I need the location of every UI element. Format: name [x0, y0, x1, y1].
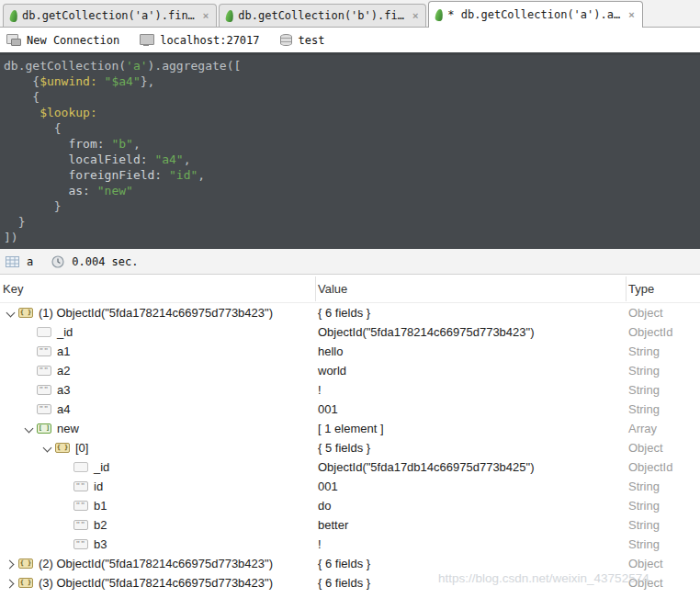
clock-icon	[51, 255, 64, 268]
database-icon	[280, 34, 292, 46]
type-icon	[37, 327, 51, 337]
table-row[interactable]: [ ] new [ 1 element ] Array	[0, 419, 700, 438]
chevron-icon[interactable]	[4, 557, 18, 571]
column-header-type: Type	[628, 282, 654, 296]
tab-label: db.getCollection('a').fin…	[22, 9, 195, 22]
table-row[interactable]: { } (3) ObjectId("5fda178214c66975d773b4…	[0, 573, 700, 592]
tab-bar: db.getCollection('a').fin… × db.getColle…	[0, 0, 700, 28]
row-indent	[0, 544, 59, 545]
table-row[interactable]: "" b3 ! String	[0, 535, 700, 554]
tab-label: db.getCollection('b').fi…	[238, 9, 404, 22]
table-row[interactable]: { } (1) ObjectId("5fda178214c66975d773b4…	[0, 303, 700, 322]
type-icon: ""	[73, 520, 88, 530]
chevron-icon[interactable]	[40, 441, 55, 456]
row-key: b1	[94, 499, 107, 513]
type-icon: ""	[37, 385, 51, 395]
row-key: a3	[57, 383, 70, 397]
code-line: }	[4, 198, 700, 214]
row-type: String	[628, 537, 660, 551]
row-key: (2) ObjectId("5fda178214c66975d773b423")	[39, 557, 273, 570]
row-type: ObjectId	[628, 460, 672, 474]
row-key: b3	[94, 537, 107, 551]
host-selector[interactable]: localhost:27017	[140, 34, 259, 47]
code-line: localField: "a4",	[4, 152, 700, 167]
connection-toolbar: New Connection localhost:27017 test	[0, 28, 700, 55]
table-row[interactable]: "" a2 world String	[0, 361, 700, 380]
code-line: {	[4, 89, 700, 105]
row-indent	[0, 525, 59, 525]
table-grid-icon	[6, 256, 19, 267]
new-connection-button[interactable]: New Connection	[6, 34, 119, 47]
type-icon	[73, 462, 88, 472]
row-value: 001	[318, 402, 338, 416]
row-value: hello	[318, 344, 343, 358]
row-indent	[0, 389, 22, 390]
row-value: ObjectId("5fda17db14c66975d773b425")	[318, 460, 534, 474]
row-key: a2	[57, 364, 70, 378]
type-icon: ""	[73, 539, 88, 549]
row-value: [ 1 element ]	[318, 422, 384, 435]
row-indent	[0, 486, 59, 487]
row-type: String	[628, 344, 660, 358]
table-row[interactable]: { } (2) ObjectId("5fda178214c66975d773b4…	[0, 554, 700, 573]
row-value: 001	[318, 480, 338, 493]
column-header-key: Key	[3, 282, 23, 296]
table-row[interactable]: _id ObjectId("5fda17db14c66975d773b425")…	[0, 457, 700, 477]
row-key: a1	[57, 344, 70, 358]
table-row[interactable]: "" a3 ! String	[0, 380, 700, 400]
row-type: Object	[628, 441, 663, 455]
result-tab-label: a	[27, 255, 33, 268]
row-type: Object	[628, 306, 663, 320]
editor-tab[interactable]: db.getCollection('a').fin… ×	[3, 4, 217, 27]
mongodb-leaf-icon	[225, 9, 234, 22]
table-row[interactable]: "" b2 better String	[0, 515, 700, 535]
row-type: ObjectId	[628, 325, 672, 339]
row-key: new	[57, 422, 79, 435]
host-label: localhost:27017	[160, 34, 259, 47]
table-row[interactable]: "" id 001 String	[0, 477, 700, 496]
row-key: _id	[94, 460, 109, 474]
chevron-icon[interactable]	[22, 422, 37, 436]
table-row[interactable]: "" a4 001 String	[0, 400, 700, 419]
type-icon: ""	[73, 501, 88, 511]
code-line: {	[4, 120, 700, 136]
type-icon: ""	[73, 481, 88, 491]
type-icon: ""	[37, 366, 51, 376]
query-time: 0.004 sec.	[72, 255, 138, 268]
mongodb-leaf-icon	[9, 9, 18, 22]
code-line: }	[4, 214, 700, 230]
type-icon: { }	[55, 443, 70, 453]
table-row[interactable]: "" b1 do String	[0, 496, 700, 515]
mongodb-leaf-icon	[435, 8, 444, 21]
chevron-icon[interactable]	[4, 576, 18, 591]
column-divider[interactable]	[315, 276, 316, 301]
row-key: (1) ObjectId("5fda178214c66975d773b423")	[39, 306, 273, 320]
editor-tab[interactable]: * db.getCollection('a').a… ×	[428, 1, 642, 28]
row-key: id	[94, 480, 103, 493]
row-type: String	[628, 402, 660, 416]
result-collection-tab[interactable]: a	[6, 255, 33, 268]
row-indent	[0, 428, 22, 429]
row-type: Object	[628, 557, 663, 570]
database-selector[interactable]: test	[280, 34, 325, 47]
app-window: db.getCollection('a').fin… × db.getColle…	[0, 0, 700, 598]
row-type: Object	[628, 576, 663, 590]
editor-tab[interactable]: db.getCollection('b').fi… ×	[219, 4, 426, 27]
result-table-body: { } (1) ObjectId("5fda178214c66975d773b4…	[0, 303, 700, 592]
row-indent	[0, 409, 22, 410]
table-row[interactable]: { } [0] { 5 fields } Object	[0, 438, 700, 457]
table-row[interactable]: "" a1 hello String	[0, 342, 700, 361]
row-value: { 5 fields }	[318, 441, 370, 455]
tab-close-icon[interactable]: ×	[628, 9, 634, 20]
tab-close-icon[interactable]: ×	[412, 10, 418, 21]
code-editor[interactable]: db.getCollection('a').aggregate([ {$unwi…	[0, 55, 700, 249]
table-row[interactable]: _id ObjectId("5fda178214c66975d773b423")…	[0, 322, 700, 342]
row-type: String	[628, 383, 660, 397]
tab-close-icon[interactable]: ×	[203, 10, 209, 21]
chevron-icon[interactable]	[4, 306, 18, 321]
database-label: test	[299, 34, 325, 47]
code-line: as: "new"	[4, 183, 700, 198]
type-icon: { }	[18, 559, 33, 569]
column-divider[interactable]	[626, 276, 627, 301]
row-key: (3) ObjectId("5fda178214c66975d773b423")	[39, 576, 273, 590]
